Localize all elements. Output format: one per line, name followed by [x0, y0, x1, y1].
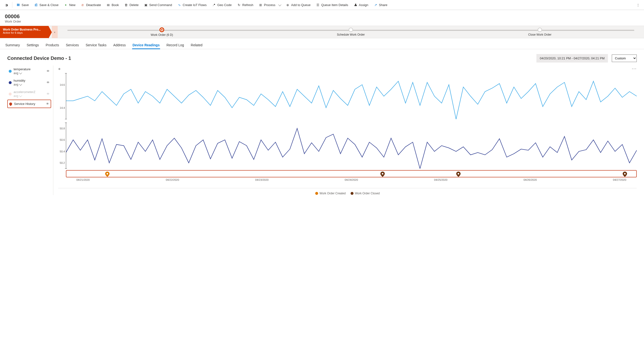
back-button[interactable]: ◑: [2, 2, 11, 8]
cmd-label: Save & Close: [40, 3, 59, 7]
legend-label: Work Order Closed: [355, 192, 380, 195]
service-history-strip[interactable]: [66, 170, 637, 178]
visibility-toggle-icon[interactable]: 👁︎: [46, 102, 49, 106]
service-history-pin-icon[interactable]: [105, 172, 110, 178]
delete-button[interactable]: 🗑︎Delete: [122, 2, 141, 8]
bpf-stage-work-order[interactable]: Work Order (6 D): [67, 28, 256, 36]
svg-point-2: [458, 173, 459, 174]
chart-menu-button[interactable]: ⋯: [632, 66, 637, 72]
service-history-pin-icon[interactable]: [623, 172, 627, 178]
bpf-name: Work Order Business Pro...: [3, 28, 46, 31]
time-range-select[interactable]: Custom: [612, 54, 637, 62]
tab-services[interactable]: Services: [66, 41, 80, 49]
business-process-bar: Work Order Business Pro... Active for 6 …: [0, 26, 644, 38]
tab-content: Connected Device Demo - 1 04/20/2020, 10…: [0, 49, 644, 202]
stage-label: Schedule Work Order: [337, 33, 365, 36]
chevron-right-circle-icon: ◑: [4, 3, 8, 7]
create-iot-flows-button[interactable]: ∿Create IoT Flows: [175, 2, 209, 8]
y-tick-label: 50.4: [60, 150, 65, 153]
bpf-collapse-button[interactable]: ‹: [52, 26, 58, 38]
chevron-down-icon: [19, 72, 21, 75]
process-button[interactable]: ⊞Process: [256, 2, 283, 8]
queue-item-details-button[interactable]: ☰Queue Item Details: [314, 2, 350, 8]
x-tick-label: 04/22/2020: [166, 178, 179, 181]
tab-summary[interactable]: Summary: [5, 41, 20, 49]
add-to-queue-button[interactable]: ⊕Add to Queue: [284, 2, 313, 8]
visibility-toggle-icon[interactable]: 👁︎: [46, 69, 50, 73]
legend-item-accelerometerZ[interactable]: accelerometerZ avg 👁︎: [7, 88, 51, 100]
visibility-toggle-icon[interactable]: 👁︎: [46, 92, 50, 96]
legend-label: accelerometerZ: [14, 90, 35, 94]
legend-item-service-history[interactable]: Service History 👁︎: [7, 100, 51, 108]
deactivate-icon: ⎚: [81, 3, 84, 7]
visibility-toggle-icon[interactable]: 👁︎: [46, 81, 50, 84]
x-tick-label: 04/23/2020: [255, 178, 268, 181]
bpf-header[interactable]: Work Order Business Pro... Active for 6 …: [0, 26, 48, 38]
cmd-label: Deactivate: [86, 3, 101, 7]
deactivate-button[interactable]: ⎚Deactivate: [78, 2, 103, 8]
dot-icon: [315, 192, 318, 195]
temperature-plot[interactable]: 14.414.6: [66, 73, 637, 119]
humidity-plot[interactable]: 50.250.450.650.8: [66, 122, 637, 169]
geo-code-button[interactable]: 📍︎Geo Code: [210, 2, 234, 8]
dot-icon: [350, 192, 354, 195]
tab-device-readings[interactable]: Device Readings: [132, 41, 160, 49]
layers-icon[interactable]: ◈: [58, 67, 60, 70]
series-legend: temperature avg 👁︎ humidity avg 👁︎ accel…: [7, 66, 53, 195]
cmd-label: Geo Code: [217, 3, 232, 7]
app-root: ◑ 💾︎Save 📰︎Save & Close +New ⎚Deactivate…: [0, 0, 644, 347]
legend-aggregation[interactable]: avg: [14, 72, 30, 75]
share-icon: ↗: [374, 3, 378, 7]
tab-bar: Summary Settings Products Services Servi…: [0, 38, 644, 49]
share-button[interactable]: ↗Share: [371, 2, 390, 8]
overflow-menu-button[interactable]: ⋮: [634, 2, 642, 8]
service-history-pin-icon[interactable]: [380, 172, 385, 178]
legend-aggregation[interactable]: avg: [14, 83, 25, 86]
tab-address[interactable]: Address: [113, 41, 126, 49]
stage-label: Work Order (6 D): [151, 33, 173, 36]
tab-products[interactable]: Products: [45, 41, 60, 49]
queue-details-icon: ☰: [316, 3, 320, 7]
legend-label: Service History: [14, 102, 35, 106]
queue-add-icon: ⊕: [286, 3, 290, 7]
x-tick-label: 04/25/2020: [434, 178, 448, 181]
refresh-button[interactable]: ↻Refresh: [234, 2, 256, 8]
tab-service-tasks[interactable]: Service Tasks: [85, 41, 107, 49]
send-command-button[interactable]: ▣Send Command: [142, 2, 174, 8]
chart-title: Connected Device Demo - 1: [7, 56, 71, 61]
save-button[interactable]: 💾︎Save: [14, 2, 31, 8]
pin-marker-icon: [9, 102, 13, 106]
tab-record-log[interactable]: Record Log: [166, 41, 184, 49]
legend-label: humidity: [14, 79, 25, 82]
cmd-label: Send Command: [149, 3, 172, 7]
tab-settings[interactable]: Settings: [26, 41, 40, 49]
color-swatch-icon: [9, 70, 12, 73]
bpf-stage-schedule[interactable]: Schedule Work Order: [256, 28, 445, 36]
time-range-display[interactable]: 04/20/2020, 10:21 PM - 04/27/2020, 04:21…: [536, 54, 608, 62]
service-history-pin-icon[interactable]: [456, 172, 460, 178]
legend-item-humidity[interactable]: humidity avg 👁︎: [7, 77, 51, 88]
cmd-label: Queue Item Details: [321, 3, 348, 7]
send-icon: ▣: [144, 3, 148, 7]
tab-related[interactable]: Related: [190, 41, 203, 49]
record-subtitle: Work Order: [5, 20, 639, 23]
legend-aggregation[interactable]: avg: [14, 94, 35, 98]
cmd-label: New: [69, 3, 75, 7]
x-tick-label: 04/21/2020: [76, 178, 90, 181]
x-tick-label: 04/24/2020: [344, 178, 358, 181]
bpf-stage-close[interactable]: Close Work Order: [445, 28, 634, 36]
chevron-left-icon: ‹: [54, 30, 55, 34]
stage-label: Close Work Order: [528, 33, 552, 36]
color-swatch-icon: [9, 92, 12, 96]
new-button[interactable]: +New: [61, 2, 78, 8]
cmd-label: Book: [112, 3, 119, 7]
record-title: 00006: [5, 13, 639, 20]
save-close-button[interactable]: 📰︎Save & Close: [32, 2, 61, 8]
legend-item-temperature[interactable]: temperature avg 👁︎: [7, 66, 51, 77]
book-button[interactable]: 📅︎Book: [104, 2, 122, 8]
y-tick-label: 14.4: [60, 106, 65, 109]
color-swatch-icon: [9, 81, 12, 84]
plus-icon: +: [64, 3, 68, 7]
assign-button[interactable]: 👤︎Assign: [351, 2, 371, 8]
bpf-duration: Active for 6 days: [3, 31, 46, 34]
